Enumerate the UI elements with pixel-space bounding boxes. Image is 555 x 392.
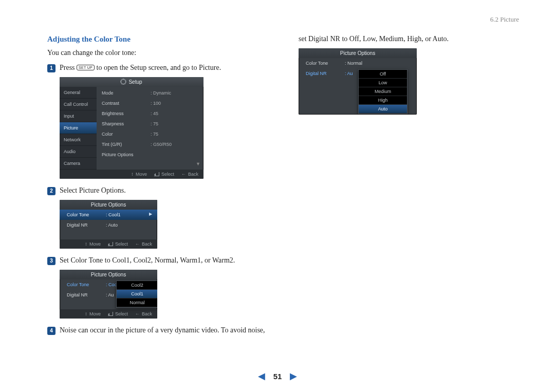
dropdown-item: Normal	[117, 298, 157, 307]
dropdown-item: Medium	[359, 87, 407, 96]
row-label: Mode	[102, 90, 145, 96]
step-text: Select Picture Options.	[60, 186, 268, 196]
row-label: Picture Options	[102, 152, 145, 157]
setup-key-icon: SET UP	[77, 65, 95, 70]
footer-back: Back	[188, 172, 198, 177]
setup-sidebar: General Call Control Input Picture Netwo…	[60, 87, 97, 170]
panel-title: Picture Options	[60, 200, 157, 210]
step-number-badge: 1	[47, 64, 55, 72]
updown-icon: ↕	[85, 311, 87, 316]
step-text-post: to open the Setup screen, and go to Pict…	[95, 64, 221, 71]
color-tone-dropdown-screenshot: Picture Options Color Tone Coo Digital N…	[60, 270, 157, 319]
page-navigation: ◀ 51 ▶	[0, 370, 555, 382]
panel-title: Picture Options	[60, 270, 157, 279]
row-label: Sharpness	[102, 121, 145, 126]
sidebar-item-audio: Audio	[60, 146, 97, 158]
footer-select: Select	[115, 311, 128, 316]
enter-icon	[108, 242, 113, 246]
panel-footer: ↕Move Select Back	[60, 239, 157, 249]
option-label: Color Tone	[306, 61, 342, 66]
step-text: Noise can occur in the picture of a very…	[60, 326, 268, 335]
step-3: 3 Set Color Tone to Cool1, Cool2, Normal…	[47, 256, 268, 266]
footer-move: Move	[89, 241, 101, 247]
continuation-text: set Digital NR to Off, Low, Medium, High…	[299, 35, 519, 43]
gear-icon	[121, 79, 126, 84]
step-2: 2 Select Picture Options.	[47, 186, 268, 196]
panel-title: Picture Options	[299, 48, 417, 58]
option-value: Normal	[345, 61, 362, 66]
row-label: Brightness	[102, 111, 145, 116]
panel-footer: ↕Move Select Back	[60, 309, 157, 319]
option-row-colortone: Color Tone Normal	[299, 58, 417, 68]
panel-title-text: Setup	[128, 79, 142, 85]
enter-icon	[154, 172, 159, 176]
footer-select: Select	[161, 172, 174, 177]
footer-move: Move	[136, 172, 147, 177]
sidebar-item-general: General	[60, 87, 97, 99]
step-text-pre: Press	[60, 64, 77, 71]
back-icon	[135, 241, 140, 247]
back-icon	[135, 311, 140, 316]
row-value: 45	[151, 111, 158, 116]
sidebar-item-callcontrol: Call Control	[60, 99, 97, 110]
option-value: Au	[106, 292, 114, 297]
step-number-badge: 3	[47, 257, 55, 265]
setup-screenshot: Setup General Call Control Input Picture…	[60, 77, 203, 179]
option-label: Color Tone	[67, 282, 103, 287]
digital-nr-dropdown-screenshot: Picture Options Color Tone Normal Digita…	[299, 48, 417, 115]
sidebar-item-input: Input	[60, 110, 97, 122]
dropdown-item: Off	[359, 70, 407, 79]
row-label: Color	[102, 132, 145, 137]
step-number-badge: 4	[47, 327, 55, 335]
sidebar-item-picture: Picture	[60, 122, 97, 134]
sidebar-item-camera: Camera	[60, 158, 97, 170]
row-value: 75	[151, 121, 158, 126]
dropdown-item: High	[359, 96, 407, 105]
row-value: Dynamic	[151, 90, 171, 96]
row-value: G50/R50	[151, 142, 172, 147]
option-row-digitalnr: Digital NR Auto	[60, 220, 157, 230]
dropdown-item: Cool2	[117, 281, 157, 290]
option-label: Digital NR	[306, 71, 342, 76]
row-value: 75	[151, 132, 158, 137]
dropdown-item: Low	[359, 79, 407, 87]
scroll-down-icon: ▼	[196, 161, 200, 166]
panel-footer: ↕Move Select Back	[60, 170, 203, 179]
updown-icon: ↕	[131, 172, 134, 177]
back-icon	[181, 172, 186, 177]
row-label: Tint (G/R)	[102, 142, 145, 147]
option-value: Auto	[106, 222, 118, 228]
option-value: Au	[345, 71, 353, 76]
dropdown-item-selected: Auto	[359, 105, 407, 114]
section-heading: Adjusting the Color Tone	[47, 35, 268, 44]
footer-back: Back	[142, 311, 152, 316]
color-tone-dropdown: Cool2 Cool1 Normal	[116, 281, 157, 308]
step-number-badge: 2	[47, 187, 55, 195]
step-text: Press SET UP to open the Setup screen, a…	[60, 63, 268, 73]
option-row-colortone: Color Tone Cool1	[60, 210, 157, 220]
digital-nr-dropdown: Off Low Medium High Auto	[358, 69, 408, 114]
sidebar-item-network: Network	[60, 134, 97, 146]
enter-icon	[108, 312, 113, 316]
footer-move: Move	[89, 311, 101, 316]
section-reference: 6.2 Picture	[490, 15, 519, 24]
step-1: 1 Press SET UP to open the Setup screen,…	[47, 63, 268, 73]
footer-back: Back	[142, 241, 152, 247]
next-page-button[interactable]: ▶	[284, 371, 303, 381]
option-label: Digital NR	[67, 222, 103, 228]
panel-title: Setup	[60, 77, 203, 87]
footer-select: Select	[115, 241, 128, 247]
row-label: Contrast	[102, 101, 145, 106]
dropdown-item-selected: Cool1	[117, 290, 157, 298]
step-4: 4 Noise can occur in the picture of a ve…	[47, 326, 268, 335]
step-text: Set Color Tone to Cool1, Cool2, Normal, …	[60, 256, 268, 266]
option-value: Cool1	[106, 212, 121, 217]
updown-icon: ↕	[85, 241, 87, 247]
row-value: 100	[151, 101, 161, 106]
picture-options-screenshot: Picture Options Color Tone Cool1 Digital…	[60, 200, 157, 249]
intro-text: You can change the color tone:	[47, 49, 268, 57]
page-number: 51	[273, 372, 282, 381]
prev-page-button[interactable]: ◀	[252, 371, 271, 381]
option-label: Color Tone	[67, 212, 103, 217]
setup-settings: ModeDynamic Contrast100 Brightness45 Sha…	[97, 87, 203, 170]
